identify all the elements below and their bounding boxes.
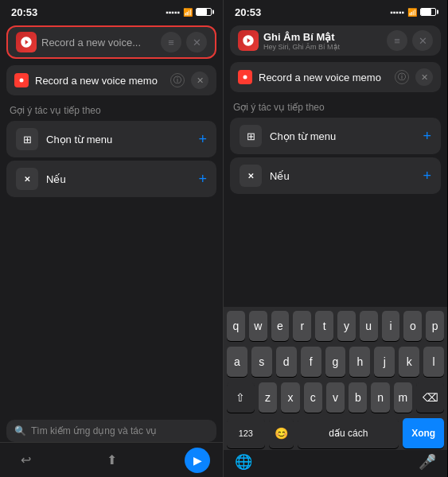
key-o[interactable]: o [403,311,422,341]
mic-icon[interactable]: 🎤 [419,453,436,471]
status-icons-right: ▪▪▪▪▪ 📶 [390,8,436,17]
play-btn-left[interactable]: ▶ [185,448,210,473]
add-btn-0-right[interactable]: + [423,129,431,143]
globe-icon[interactable]: 🌐 [235,453,252,471]
key-j[interactable]: j [374,347,395,377]
key-p[interactable]: p [426,311,444,341]
add-btn-0-left[interactable]: + [198,132,207,146]
keyboard: q w e r t y u i o p a s d f g h j k l ⇧ … [224,307,447,477]
key-k[interactable]: k [399,347,419,377]
key-u[interactable]: u [360,311,378,341]
remove-btn-left[interactable]: ✕ [191,72,208,89]
key-f[interactable]: f [301,347,321,377]
key-y[interactable]: y [337,311,356,341]
close-btn-right[interactable]: ✕ [412,30,433,51]
key-space[interactable]: dấu cách [298,418,399,448]
time-right: 20:53 [235,6,261,18]
app-title-right: Ghi Âm Bí Mật [263,31,382,43]
app-subtitle-right: Hey Siri, Ghi Âm Bí Mật [263,43,382,51]
suggestions-header-left: Gợi ý tác vụ tiếp theo [0,99,223,119]
suggestion-label-0-left: Chọn từ menu [46,134,190,145]
app-icon-right [238,30,259,51]
key-b[interactable]: b [349,382,367,413]
grid-icon-left: ⊞ [16,128,38,150]
grid-icon-right: ⊞ [240,125,262,147]
if-icon-right: ✕ [240,165,262,187]
key-l[interactable]: l [423,347,444,377]
keyboard-bottom-row: 🌐 🎤 [224,450,447,477]
suggestions-header-right: Gợi ý tác vụ tiếp theo [224,95,447,116]
key-h[interactable]: h [349,347,370,377]
search-text-left: Record a new voice... [41,37,156,48]
key-i[interactable]: i [382,311,400,341]
key-done[interactable]: Xong [403,418,444,448]
suggestion-item-1-left[interactable]: ✕ Nếu + [6,161,216,197]
battery-icon-right [420,8,436,16]
right-panel: 20:53 ▪▪▪▪▪ 📶 Ghi Âm Bí Mật Hey Siri, Gh… [224,0,447,477]
key-d[interactable]: d [276,347,297,377]
suggestion-item-0-right[interactable]: ⊞ Chọn từ menu + [230,118,441,154]
action-label-right: Record a new voice memo [259,72,388,83]
search-bar-left[interactable]: Record a new voice... ≡ ✕ [6,25,216,59]
keyboard-row-1: q w e r t y u i o p [224,307,447,343]
key-t[interactable]: t [315,311,333,341]
info-btn-right[interactable]: ⓘ [395,70,409,84]
keyboard-row-4: 123 😊 dấu cách Xong [224,414,447,450]
add-btn-1-right[interactable]: + [423,169,431,183]
key-w[interactable]: w [249,311,267,341]
action-row-right[interactable]: Record a new voice memo ⓘ ✕ [230,62,441,92]
suggestion-item-0-left[interactable]: ⊞ Chọn từ menu + [6,121,216,157]
time-left: 20:53 [11,6,37,18]
wifi-icon-right: 📶 [407,8,417,17]
key-shift[interactable]: ⇧ [227,382,255,413]
record-icon-left [14,73,29,87]
suggestion-label-0-right: Chọn từ menu [270,130,415,142]
svg-point-1 [243,76,247,80]
record-icon-right [238,70,252,84]
key-a[interactable]: a [227,347,247,377]
search-icon-left: 🔍 [14,425,26,436]
key-g[interactable]: g [325,347,346,377]
key-r[interactable]: r [293,311,311,341]
key-123[interactable]: 123 [227,418,265,448]
action-row-left[interactable]: Record a new voice memo ⓘ ✕ [6,65,216,95]
suggestion-item-1-right[interactable]: ✕ Nếu + [230,157,441,194]
key-backspace[interactable]: ⌫ [416,382,444,413]
remove-btn-right[interactable]: ✕ [415,68,433,86]
bottom-search-left[interactable]: 🔍 Tìm kiếm ứng dụng và tác vụ [6,420,216,442]
wifi-icon: 📶 [183,8,193,17]
menu-btn-left[interactable]: ≡ [161,32,181,52]
status-bar-right: 20:53 ▪▪▪▪▪ 📶 [224,0,447,22]
menu-btn-right[interactable]: ≡ [387,30,407,51]
key-m[interactable]: m [394,382,412,413]
key-e[interactable]: e [271,311,290,341]
share-btn-left[interactable]: ⬆ [99,448,124,473]
bottom-search-text-left: Tìm kiếm ứng dụng và tác vụ [31,425,157,436]
action-label-left: Record a new voice memo [35,75,164,87]
signal-icon: ▪▪▪▪▪ [166,8,180,17]
key-c[interactable]: c [304,382,322,413]
status-icons-left: ▪▪▪▪▪ 📶 [166,8,212,17]
key-v[interactable]: v [326,382,345,413]
key-q[interactable]: q [227,311,245,341]
svg-point-0 [20,79,24,83]
close-btn-left[interactable]: ✕ [186,32,207,52]
signal-icon-right: ▪▪▪▪▪ [390,8,404,17]
app-icon-left [16,32,37,52]
key-z[interactable]: z [259,382,277,413]
add-btn-1-left[interactable]: + [198,172,207,186]
suggestion-label-1-right: Nếu [270,170,415,182]
left-panel: 20:53 ▪▪▪▪▪ 📶 Record a new voice... ≡ ✕ … [0,0,224,477]
key-x[interactable]: x [281,382,299,413]
suggestion-label-1-left: Nếu [46,173,190,185]
key-n[interactable]: n [371,382,389,413]
keyboard-row-3: ⇧ z x c v b n m ⌫ [224,378,447,414]
title-bar-right: Ghi Âm Bí Mật Hey Siri, Ghi Âm Bí Mật ≡ … [230,25,441,56]
info-btn-left[interactable]: ⓘ [170,73,185,87]
key-s[interactable]: s [251,347,272,377]
back-btn-left[interactable]: ↩ [13,448,38,473]
if-icon-left: ✕ [16,168,38,190]
bottom-toolbar-left: ↩ ⬆ ▶ [0,442,223,477]
keyboard-row-2: a s d f g h j k l [224,343,447,378]
key-emoji[interactable]: 😊 [269,418,294,448]
